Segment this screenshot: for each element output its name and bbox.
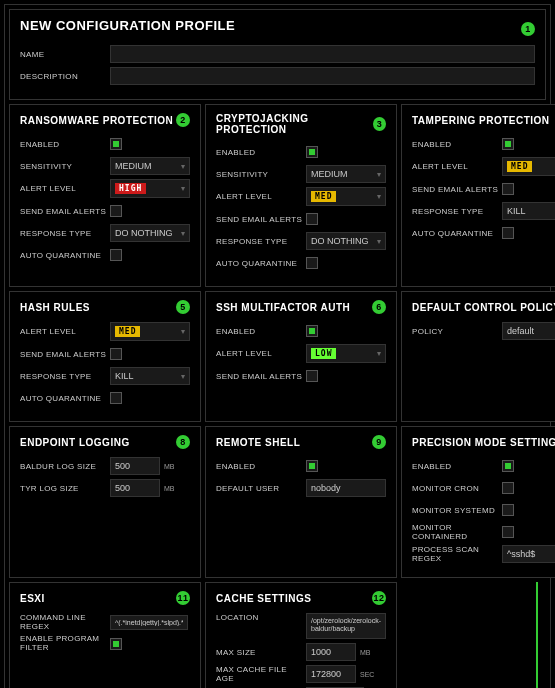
- ssh-email-checkbox[interactable]: [306, 370, 318, 382]
- dcp-title: DEFAULT CONTROL POLICY: [412, 302, 555, 313]
- hash-quarantine-checkbox[interactable]: [110, 392, 122, 404]
- monitor-systemd-label: MONITOR SYSTEMD: [412, 506, 502, 515]
- process-scan-regex-input[interactable]: [502, 545, 555, 563]
- ransomware-response-select[interactable]: DO NOTHING▾: [110, 224, 190, 242]
- alert-level-badge: MED: [507, 161, 532, 172]
- config-profile-dialog: NEW CONFIGURATION PROFILE 1 NAME DESCRIP…: [4, 4, 551, 688]
- auto-quarantine-label: AUTO QUARANTINE: [20, 251, 110, 260]
- unit-mb: MB: [164, 463, 175, 470]
- default-user-label: DEFAULT USER: [216, 484, 306, 493]
- crypto-quarantine-checkbox[interactable]: [306, 257, 318, 269]
- hash-rules-panel: HASH RULES 5 ALERT LEVELMED▾ SEND EMAIL …: [9, 291, 201, 422]
- name-input[interactable]: [110, 45, 535, 63]
- tamper-alert-level-select[interactable]: MED▾: [502, 157, 555, 176]
- monitor-containerd-checkbox[interactable]: [502, 526, 514, 538]
- crypto-alert-level-select[interactable]: MED▾: [306, 187, 386, 206]
- enabled-label: ENABLED: [216, 462, 306, 471]
- auto-quarantine-label: AUTO QUARANTINE: [20, 394, 110, 403]
- cache-settings-panel: CACHE SETTINGS 12 LOCATION/opt/zerolock/…: [205, 582, 397, 688]
- ransomware-alert-level-select[interactable]: HIGH▾: [110, 179, 190, 198]
- ssh-mfa-panel: SSH MULTIFACTOR AUTH 6 ENABLED ALERT LEV…: [205, 291, 397, 422]
- auto-quarantine-label: AUTO QUARANTINE: [412, 229, 502, 238]
- esxi-panel: ESXI 11 COMMAND LINE REGEX ENABLE PROGRA…: [9, 582, 201, 688]
- sensitivity-label: SENSITIVITY: [216, 170, 306, 179]
- logging-title: ENDPOINT LOGGING: [20, 437, 130, 448]
- ransomware-quarantine-checkbox[interactable]: [110, 249, 122, 261]
- send-email-label: SEND EMAIL ALERTS: [216, 215, 306, 224]
- send-email-label: SEND EMAIL ALERTS: [20, 207, 110, 216]
- cryptojacking-panel: CRYPTOJACKING PROTECTION 3 ENABLED SENSI…: [205, 104, 397, 287]
- step-bullet-12: 12: [372, 591, 386, 605]
- ransomware-enabled-checkbox[interactable]: [110, 138, 122, 150]
- crypto-enabled-checkbox[interactable]: [306, 146, 318, 158]
- chevron-down-icon: ▾: [181, 372, 185, 381]
- ransomware-panel: RANSOMWARE PROTECTION 2 ENABLED SENSITIV…: [9, 104, 201, 287]
- spacer: [401, 582, 555, 688]
- ssh-enabled-checkbox[interactable]: [306, 325, 318, 337]
- enabled-label: ENABLED: [412, 140, 502, 149]
- policy-select[interactable]: default▾: [502, 322, 555, 340]
- response-type-label: RESPONSE TYPE: [20, 229, 110, 238]
- ransomware-sensitivity-select[interactable]: MEDIUM▾: [110, 157, 190, 175]
- cache-location-input[interactable]: /opt/zerolock/zerolock-baldur/backup: [306, 613, 386, 639]
- monitor-cron-label: MONITOR CRON: [412, 484, 502, 493]
- shell-enabled-checkbox[interactable]: [306, 460, 318, 472]
- precision-title: PRECISION MODE SETTINGS: [412, 437, 555, 448]
- chevron-down-icon: ▾: [377, 170, 381, 179]
- chevron-down-icon: ▾: [377, 349, 381, 358]
- enabled-label: ENABLED: [412, 462, 502, 471]
- hash-response-select[interactable]: KILL▾: [110, 367, 190, 385]
- precision-enabled-checkbox[interactable]: [502, 460, 514, 472]
- remote-shell-title: REMOTE SHELL: [216, 437, 300, 448]
- tamper-response-select[interactable]: KILL▾: [502, 202, 555, 220]
- process-scan-regex-label: PROCESS SCAN REGEX: [412, 545, 502, 563]
- description-input[interactable]: [110, 67, 535, 85]
- alert-level-label: ALERT LEVEL: [20, 184, 110, 193]
- cache-max-age-input[interactable]: [306, 665, 356, 683]
- default-user-input[interactable]: [306, 479, 386, 497]
- tamper-quarantine-checkbox[interactable]: [502, 227, 514, 239]
- cache-max-size-input[interactable]: [306, 643, 356, 661]
- select-value: default: [507, 326, 534, 336]
- step-bullet-11: 11: [176, 591, 190, 605]
- cache-max-age-label: MAX CACHE FILE AGE: [216, 665, 306, 683]
- step-bullet-2: 2: [176, 113, 190, 127]
- cache-max-size-label: MAX SIZE: [216, 648, 306, 657]
- monitor-systemd-checkbox[interactable]: [502, 504, 514, 516]
- endpoint-logging-panel: ENDPOINT LOGGING 8 BALDUR LOG SIZEMB TYR…: [9, 426, 201, 578]
- baldur-log-input[interactable]: [110, 457, 160, 475]
- description-label: DESCRIPTION: [20, 72, 110, 81]
- monitor-containerd-label: MONITOR CONTAINERD: [412, 523, 502, 541]
- crypto-response-select[interactable]: DO NOTHING▾: [306, 232, 386, 250]
- ssh-alert-level-select[interactable]: LOW▾: [306, 344, 386, 363]
- alert-level-label: ALERT LEVEL: [216, 192, 306, 201]
- cache-location-label: LOCATION: [216, 613, 306, 622]
- crypto-email-checkbox[interactable]: [306, 213, 318, 225]
- header-panel: NEW CONFIGURATION PROFILE 1 NAME DESCRIP…: [9, 9, 546, 100]
- ransomware-email-checkbox[interactable]: [110, 205, 122, 217]
- policy-label: POLICY: [412, 327, 502, 336]
- send-email-label: SEND EMAIL ALERTS: [412, 185, 502, 194]
- hash-alert-level-select[interactable]: MED▾: [110, 322, 190, 341]
- monitor-cron-checkbox[interactable]: [502, 482, 514, 494]
- esxi-title: ESXI: [20, 593, 45, 604]
- send-email-label: SEND EMAIL ALERTS: [216, 372, 306, 381]
- command-line-regex-input[interactable]: [110, 615, 188, 630]
- hash-email-checkbox[interactable]: [110, 348, 122, 360]
- select-value: DO NOTHING: [115, 228, 173, 238]
- tyr-log-label: TYR LOG SIZE: [20, 484, 110, 493]
- tamper-enabled-checkbox[interactable]: [502, 138, 514, 150]
- tamper-email-checkbox[interactable]: [502, 183, 514, 195]
- name-label: NAME: [20, 50, 110, 59]
- arrow-annotation: [536, 582, 538, 688]
- baldur-log-label: BALDUR LOG SIZE: [20, 462, 110, 471]
- remote-shell-panel: REMOTE SHELL 9 ENABLED DEFAULT USER: [205, 426, 397, 578]
- tyr-log-input[interactable]: [110, 479, 160, 497]
- send-email-label: SEND EMAIL ALERTS: [20, 350, 110, 359]
- chevron-down-icon: ▾: [377, 237, 381, 246]
- ssh-mfa-title: SSH MULTIFACTOR AUTH: [216, 302, 350, 313]
- response-type-label: RESPONSE TYPE: [412, 207, 502, 216]
- alert-level-badge: LOW: [311, 348, 336, 359]
- crypto-sensitivity-select[interactable]: MEDIUM▾: [306, 165, 386, 183]
- enable-program-filter-checkbox[interactable]: [110, 638, 122, 650]
